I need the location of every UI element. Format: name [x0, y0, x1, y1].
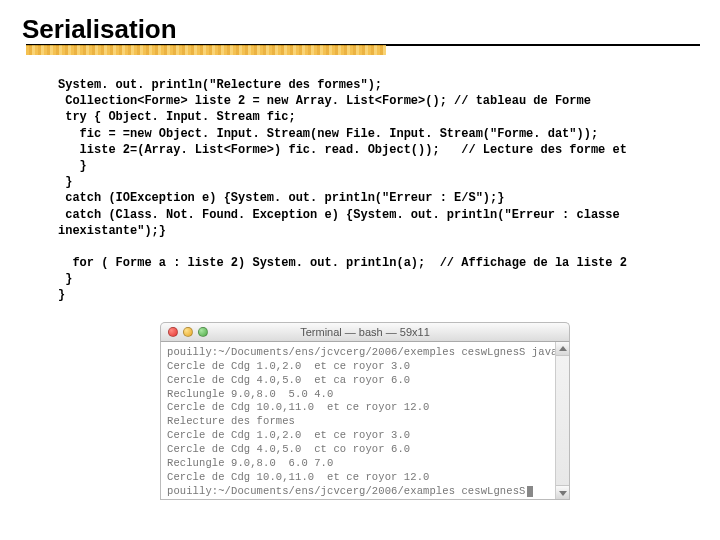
code-line: for ( Forme a : liste 2) System. out. pr… [58, 256, 627, 270]
code-line: } [58, 288, 65, 302]
terminal-line: Relecture des formes [167, 415, 295, 427]
terminal-titlebar: Terminal — bash — 59x11 [160, 322, 570, 342]
code-line: System. out. println("Relecture des form… [58, 78, 382, 92]
terminal-line: pouilly:~/Documents/ens/jcvcerg/2006/exe… [167, 346, 570, 358]
code-line: } [58, 175, 72, 189]
terminal-line: Reclungle 9.0,8.0 5.0 4.0 [167, 388, 333, 400]
terminal-title: Terminal — bash — 59x11 [161, 326, 569, 338]
slide-title: Serialisation [0, 0, 720, 45]
terminal-line: Cercle de Cdg 10.0,11.0 et ce royor 12.0 [167, 471, 429, 483]
terminal-line: Cercle de Cdg 4.0,5.0 ct co royor 6.0 [167, 443, 410, 455]
minimize-icon[interactable] [183, 327, 193, 337]
code-line: fic = =new Object. Input. Stream(new Fil… [58, 127, 598, 141]
cursor-icon [527, 486, 533, 497]
terminal-body: pouilly:~/Documents/ens/jcvcerg/2006/exe… [160, 342, 570, 500]
title-underline [26, 44, 700, 58]
code-line: Collection<Forme> liste 2 = new Array. L… [58, 94, 591, 108]
code-line: } [58, 159, 87, 173]
code-line: liste 2=(Array. List<Forme>) fic. read. … [58, 143, 627, 157]
code-line: try { Object. Input. Stream fic; [58, 110, 296, 124]
terminal-line: Cercle de Cdg 10.0,11.0 et ce royor 12.0 [167, 401, 429, 413]
scrollbar[interactable] [555, 342, 569, 499]
terminal-line: Cercle de Cdg 1.0,2.0 et ce royor 3.0 [167, 360, 410, 372]
zoom-icon[interactable] [198, 327, 208, 337]
scroll-up-button[interactable] [556, 342, 570, 356]
terminal-line: Cercle de Cdg 1.0,2.0 et ce royor 3.0 [167, 429, 410, 441]
window-controls [161, 327, 208, 337]
scroll-down-button[interactable] [556, 485, 570, 499]
terminal-line: Reclungle 9.0,8.0 6.0 7.0 [167, 457, 333, 469]
code-line: catch (Class. Not. Found. Exception e) {… [58, 208, 620, 222]
close-icon[interactable] [168, 327, 178, 337]
code-line: } [58, 272, 72, 286]
terminal-line: Cercle de Cdg 4.0,5.0 et ca royor 6.0 [167, 374, 410, 386]
terminal-output: pouilly:~/Documents/ens/jcvcerg/2006/exe… [161, 342, 569, 500]
terminal-window: Terminal — bash — 59x11 pouilly:~/Docume… [160, 322, 570, 500]
code-line: inexistante");} [58, 224, 166, 238]
terminal-line: pouilly:~/Documents/ens/jcvcerg/2006/exa… [167, 485, 525, 497]
code-block: System. out. println("Relecture des form… [0, 45, 720, 304]
code-line: catch (IOException e) {System. out. prin… [58, 191, 504, 205]
